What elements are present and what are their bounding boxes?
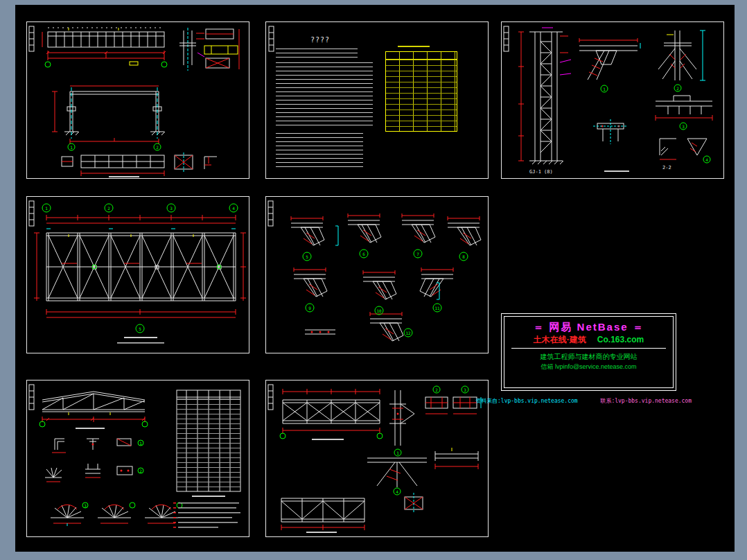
detail-bubble: 5 <box>306 254 308 259</box>
detail-bubble: 3 <box>464 387 466 392</box>
truss-plan <box>46 233 236 301</box>
brand-title: ＝ 网易 NetBase ＝ <box>533 320 644 334</box>
notes-paragraph <box>276 62 373 129</box>
detail-bubble: 11 <box>434 306 440 310</box>
detail-bubble: 7 <box>416 252 419 256</box>
title-block-frame: ＝ 网易 NetBase ＝ 土木在线·建筑 Co.163.com 建筑工程师与… <box>504 316 674 388</box>
roof-truss-drawing: 1 2 3 <box>27 380 249 536</box>
brand-subtitle: 土木在线·建筑 Co.163.com <box>534 334 644 346</box>
column-drawing: GJ-1 (8) 1 2 <box>502 22 723 178</box>
table-header <box>386 52 457 60</box>
notes-paragraph <box>276 133 363 168</box>
detail-bubble: 2 <box>676 86 679 91</box>
notes-block <box>173 502 240 528</box>
panel-notes-sheet: ???? <box>265 21 489 179</box>
table-rows <box>386 60 457 131</box>
binding-marks <box>268 201 273 226</box>
section-label: 2-2 <box>662 165 671 170</box>
column-label: GJ-1 (8) <box>529 169 553 175</box>
gusset-fans: 3 <box>51 502 182 526</box>
column-elevation: GJ-1 (8) <box>518 28 571 175</box>
binding-marks <box>29 26 34 51</box>
crane-beam-drawing: 1 2 <box>27 22 249 178</box>
detail-bubble: 4 <box>396 489 398 494</box>
bracing-plan-drawing: 1 2 3 4 5 <box>27 197 249 353</box>
detail-bubble: 9 <box>308 306 311 310</box>
panel-bracing-plan: 1 2 3 4 5 <box>26 196 249 353</box>
binding-marks <box>29 201 34 226</box>
top-truss-elevation <box>280 389 383 440</box>
grid-bubble: 1 <box>70 145 73 150</box>
site-slogan: 建筑工程师与建材商的专业网站 <box>541 351 638 362</box>
panel-crane-beam-sheet: 1 2 <box>26 21 249 179</box>
roof-truss-elevation <box>39 392 148 429</box>
beam-plan <box>62 152 217 177</box>
binding-marks <box>268 385 273 410</box>
grid-bubble: 5 <box>139 326 141 331</box>
grid-bubble: 1 <box>45 206 48 211</box>
notes-title: ???? <box>310 36 330 44</box>
detail-bubble: 6 <box>362 252 365 256</box>
detail-bubble: 10 <box>376 308 382 313</box>
post-detail: 1 <box>389 390 414 456</box>
detail-bubble: 1 <box>603 87 606 91</box>
beam-section-details <box>179 28 239 71</box>
detail-bubble: 3 <box>682 124 685 129</box>
joint-detail-3: 3 <box>656 96 712 130</box>
binding-marks <box>29 385 34 410</box>
panel-roof-truss-sheet: 1 2 3 <box>26 380 249 537</box>
title-block-divider <box>511 348 667 349</box>
watermark-contact: 联系:lvp-bbs.vip.netease.com <box>600 397 692 405</box>
panel-connection-details: 5 6 7 8 9 10 11 12 <box>265 196 489 353</box>
detail-bubbles: 5 6 7 8 9 10 11 12 <box>303 250 468 337</box>
joint-detail-1: 1 <box>579 38 640 92</box>
connection-details-drawing: 5 6 7 8 9 10 11 12 <box>266 197 488 353</box>
section-details: 4 2-2 <box>593 119 710 172</box>
site-name: 土木在线·建筑 <box>534 334 586 346</box>
grid-bubble: 3 <box>170 206 173 211</box>
detail-bubble: 2 <box>139 469 142 473</box>
detail-grid <box>291 213 481 341</box>
member-table <box>177 390 240 497</box>
detail-bubble: 4 <box>705 157 708 162</box>
detail-bubble: 8 <box>462 254 465 259</box>
mid-details: 4 <box>367 448 478 495</box>
panel-column-sheet: GJ-1 (8) 1 2 <box>501 21 724 179</box>
grid-bubble: 2 <box>107 206 110 211</box>
notes-paragraph <box>276 49 358 58</box>
frame-elevation: 1 2 <box>52 86 165 150</box>
runway-beam-elevation <box>42 28 167 67</box>
watermark-source: 资料来自:lvp-bbs.vip.netease.com <box>475 397 578 405</box>
joint-detail-2: 2 <box>658 30 705 91</box>
material-table <box>385 51 457 132</box>
binding-marks <box>504 26 509 51</box>
site-domain: Co.163.com <box>597 334 644 346</box>
detail-bubble: 12 <box>405 331 411 335</box>
detail-bubble: 3 <box>84 503 87 508</box>
truss-details-drawing: 1 2 3 4 <box>266 380 488 536</box>
bottom-truss-elevation <box>281 493 423 533</box>
member-details: 1 2 <box>45 439 143 482</box>
title-block-panel: ＝ 网易 NetBase ＝ 土木在线·建筑 Co.163.com 建筑工程师与… <box>501 313 676 391</box>
grid-bubble: 2 <box>156 145 159 150</box>
contact-email: 信箱 lvpinfo@service.netease.com <box>541 362 636 371</box>
watermark-line: 资料来自:lvp-bbs.vip.netease.com 联系:lvp-bbs.… <box>475 397 692 405</box>
detail-bubble: 1 <box>139 441 142 446</box>
detail-bubble: 2 <box>435 387 438 392</box>
splice-details: 2 3 <box>425 386 481 414</box>
grid-bubble: 4 <box>232 206 235 211</box>
cad-viewer-screenshot: { "colors": { "workspace_bg": "#7d90a5",… <box>0 0 747 560</box>
detail-bubble: 1 <box>396 450 399 455</box>
drawing-canvas[interactable]: 1 2 ???? <box>15 5 735 552</box>
panel-truss-details-sheet: 1 2 3 4 <box>265 380 489 537</box>
table-caption <box>398 46 430 47</box>
